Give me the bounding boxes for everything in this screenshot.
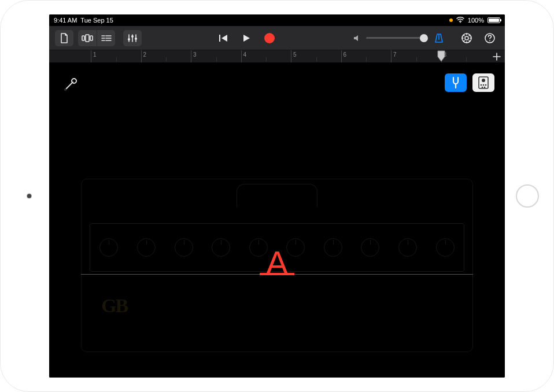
ruler-bar[interactable]: 8 (441, 50, 492, 62)
ruler-bar[interactable]: 7 (391, 50, 441, 62)
my-songs-button[interactable] (55, 30, 73, 46)
tuner-button[interactable] (445, 73, 467, 92)
volume-thumb[interactable] (420, 34, 428, 42)
amp-knob (361, 238, 379, 257)
home-button[interactable] (516, 184, 539, 208)
timeline-ruler[interactable]: 1 2 3 4 5 6 7 8 (49, 50, 505, 63)
record-icon (264, 33, 275, 43)
input-monitor-button[interactable] (62, 76, 79, 93)
amp-knob (398, 238, 417, 257)
tuner-pitch-indicator (260, 273, 294, 275)
svg-point-12 (64, 88, 67, 91)
ruler-bar[interactable]: 4 (241, 50, 291, 62)
svg-rect-1 (86, 35, 89, 42)
amp-knob (175, 238, 193, 257)
recording-indicator-dot-icon (449, 19, 453, 22)
wifi-icon (456, 16, 464, 24)
svg-point-6 (135, 38, 137, 40)
transport-controls (213, 30, 280, 46)
ruler-bar[interactable]: 2 (141, 50, 191, 62)
svg-point-4 (128, 38, 130, 40)
svg-point-16 (483, 84, 485, 86)
toolbar (49, 26, 505, 50)
master-volume[interactable] (353, 34, 424, 42)
add-section-button[interactable] (490, 50, 504, 63)
app-screen: 9:41 AM Tue Sep 15 100% (49, 14, 505, 378)
playhead[interactable] (437, 50, 445, 63)
svg-point-5 (131, 35, 134, 38)
svg-point-19 (484, 87, 486, 88)
svg-point-8 (465, 36, 468, 40)
svg-point-17 (485, 84, 487, 86)
status-date: Tue Sep 15 (80, 17, 113, 24)
amp-knob (249, 238, 268, 257)
battery-percent: 100% (468, 17, 484, 24)
metronome-button[interactable] (430, 30, 448, 46)
svg-point-18 (482, 87, 483, 88)
amp-knob (324, 238, 342, 257)
svg-point-14 (482, 79, 485, 82)
front-camera (27, 194, 31, 198)
help-button[interactable] (481, 29, 499, 47)
status-time: 9:41 AM (54, 17, 77, 24)
amp-knob (436, 238, 455, 257)
track-controls-button[interactable] (123, 30, 142, 46)
tracks-view-button[interactable] (97, 30, 115, 46)
amp-handle (237, 184, 317, 207)
svg-rect-3 (90, 36, 93, 40)
tuner-note: A (266, 243, 289, 282)
ruler-bar[interactable]: 5 (291, 50, 341, 62)
ipad-frame: 9:41 AM Tue Sep 15 100% (0, 0, 554, 392)
instrument-view: GB A (49, 63, 505, 378)
amp-knob (99, 238, 118, 257)
speaker-icon (353, 34, 361, 42)
settings-button[interactable] (457, 29, 476, 47)
amp-logo: GB (101, 295, 127, 317)
play-button[interactable] (237, 30, 256, 46)
svg-point-11 (72, 79, 76, 83)
ruler-bar[interactable]: 1 (91, 50, 141, 62)
pedal-icon (477, 76, 490, 90)
ruler-bar[interactable]: 6 (341, 50, 392, 62)
ruler-bars[interactable]: 1 2 3 4 5 6 7 8 (91, 50, 491, 62)
amp-knob (212, 238, 230, 257)
battery-icon (487, 17, 500, 23)
status-bar: 9:41 AM Tue Sep 15 100% (49, 14, 505, 26)
browser-view-button[interactable] (78, 30, 97, 46)
view-toggle-group (77, 30, 116, 46)
tuning-fork-icon (449, 76, 463, 89)
ruler-bar[interactable]: 3 (191, 50, 241, 62)
svg-point-0 (460, 22, 461, 23)
svg-rect-2 (82, 36, 84, 40)
stompbox-button[interactable] (472, 73, 494, 92)
amp-knob (286, 238, 305, 257)
record-button[interactable] (260, 30, 279, 46)
rewind-button[interactable] (214, 30, 232, 46)
svg-point-15 (481, 84, 482, 86)
volume-slider[interactable] (366, 37, 424, 39)
amp-knob (137, 238, 156, 257)
svg-point-10 (489, 40, 490, 41)
